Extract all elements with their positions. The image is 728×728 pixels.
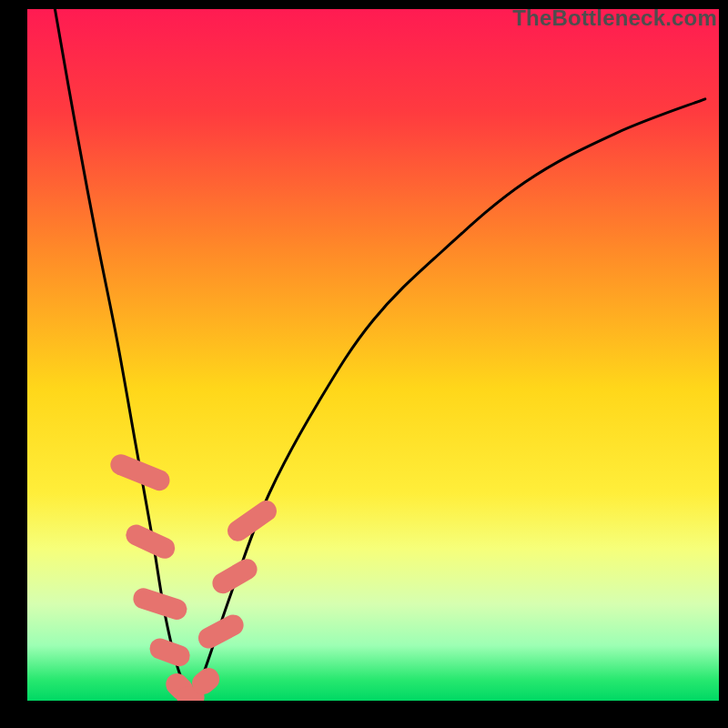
plot-area	[27, 9, 719, 701]
gradient-background	[27, 9, 719, 701]
chart-svg	[27, 9, 719, 701]
watermark-text: TheBottleneck.com	[512, 5, 717, 31]
chart-frame: TheBottleneck.com	[0, 0, 728, 728]
